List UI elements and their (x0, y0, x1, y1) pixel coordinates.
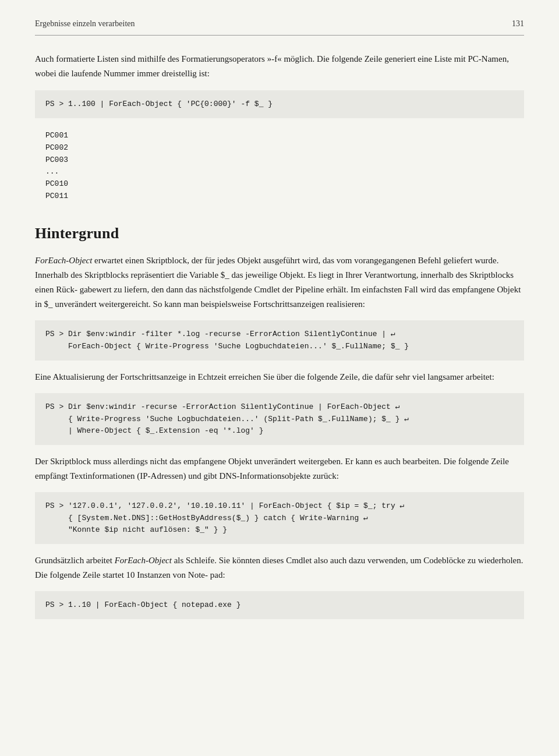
page-header-title: Ergebnisse einzeln verarbeiten (35, 17, 135, 30)
body-paragraph-1: ForEach-Object erwartet einen Skriptbloc… (35, 253, 524, 311)
intro-paragraph: Auch formatierte Listen sind mithilfe de… (35, 52, 524, 81)
foreach-object-italic-2: ForEach-Object (115, 556, 172, 565)
page-number: 131 (512, 17, 524, 30)
body-paragraph-4: Grundsätzlich arbeitet ForEach-Object al… (35, 553, 524, 582)
code-block-2: PS > Dir $env:windir -filter *.log -recu… (35, 320, 524, 360)
code-block-4: PS > '127.0.0.1', '127.0.0.2', '10.10.10… (35, 492, 524, 543)
page-header: Ergebnisse einzeln verarbeiten 131 (35, 17, 524, 36)
output-block-1: PC001 PC002 PC003 ... PC010 PC011 (35, 128, 524, 205)
code-block-5: PS > 1..10 | ForEach-Object { notepad.ex… (35, 591, 524, 619)
section-heading-hintergrund: Hintergrund (35, 221, 524, 246)
body-paragraph-2: Eine Aktualisierung der Fortschrittsanze… (35, 370, 524, 384)
code-block-1: PS > 1..100 | ForEach-Object { 'PC{0:000… (35, 90, 524, 118)
page: Ergebnisse einzeln verarbeiten 131 Auch … (0, 0, 559, 756)
foreach-object-italic-1: ForEach-Object (35, 256, 92, 265)
code-block-3: PS > Dir $env:windir -recurse -ErrorActi… (35, 393, 524, 444)
body-paragraph-3: Der Skriptblock muss allerdings nicht da… (35, 454, 524, 483)
